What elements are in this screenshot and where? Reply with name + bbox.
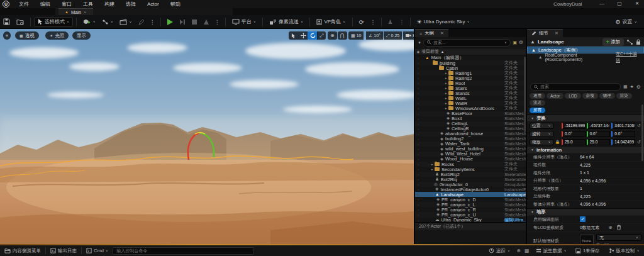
- transform-z-input[interactable]: 3401.71069: [611, 123, 635, 129]
- play-button[interactable]: [164, 17, 176, 27]
- trash-icon[interactable]: [616, 225, 621, 230]
- reset-to-default-icon[interactable]: ↺: [636, 123, 641, 128]
- visibility-eye-icon[interactable]: ‹: [415, 157, 421, 161]
- platforms-dropdown[interactable]: 平台 ∨: [229, 17, 259, 27]
- select-mode-dropdown[interactable]: 选择模式 ∨: [34, 17, 73, 27]
- outliner-row[interactable]: ‹♟Bot1Rig2SkeletalMeshAc: [415, 172, 526, 177]
- edit-layers-checkbox[interactable]: ✓: [580, 216, 586, 222]
- visibility-eye-icon[interactable]: ‹: [415, 56, 421, 60]
- visibility-eye-icon[interactable]: ‹: [415, 187, 421, 191]
- transform-axis-dropdown[interactable]: 旋转∨: [530, 131, 553, 137]
- rotation-snap-button[interactable]: ∠ 10°: [366, 31, 383, 40]
- details-settings-gear-icon[interactable]: ⚙: [636, 84, 641, 90]
- frame-skip-button[interactable]: [176, 17, 189, 27]
- visibility-eye-icon[interactable]: ‹: [415, 86, 421, 90]
- outliner-row[interactable]: ‹❋InstancedFoliageActor0InstancedFoliag: [415, 187, 526, 192]
- transform-x-input[interactable]: -51199.999: [562, 123, 586, 129]
- new-folder-icon[interactable]: ▣: [513, 40, 517, 45]
- edit-blueprint-icon[interactable]: [626, 39, 633, 45]
- filter-chip-4[interactable]: 物理: [599, 93, 615, 99]
- lit-mode-dropdown[interactable]: ☀ 光照: [45, 31, 69, 40]
- section-transform[interactable]: ▼ 变换: [527, 114, 644, 121]
- transform-z-input[interactable]: 14.042499: [611, 139, 635, 145]
- visibility-eye-icon[interactable]: ‹: [415, 71, 421, 75]
- menu-item-0[interactable]: 文件: [13, 0, 35, 8]
- menu-item-5[interactable]: 选择: [120, 0, 142, 8]
- visibility-eye-icon[interactable]: ‹: [415, 167, 421, 171]
- output-log-button[interactable]: 输出日志: [46, 245, 81, 256]
- visibility-eye-icon[interactable]: ‹: [415, 182, 421, 186]
- minimize-button[interactable]: —: [595, 0, 609, 8]
- grid-snap-button[interactable]: ▦ 10: [348, 31, 364, 40]
- display-filter-icon[interactable]: ▦: [623, 84, 628, 89]
- outliner-row[interactable]: ‹◈abandoned_houseStaticMeshActor: [415, 131, 526, 136]
- transform-x-input[interactable]: 0.0°: [562, 131, 586, 137]
- visibility-eye-icon[interactable]: ‹: [415, 132, 421, 136]
- visibility-eye-icon[interactable]: ‹: [415, 147, 421, 151]
- tab-main-level[interactable]: ▲ Main ∨: [58, 8, 93, 15]
- section-information[interactable]: ▼ Information: [527, 146, 644, 153]
- content-drawer-button[interactable]: 内容侧滑菜单: [0, 245, 45, 256]
- world-local-toggle[interactable]: ⊕: [328, 31, 337, 40]
- cinematics-dropdown[interactable]: ∨: [116, 17, 135, 27]
- filter-chip-all[interactable]: 所有: [530, 108, 545, 113]
- cmd-dropdown[interactable]: Cmd ∨: [82, 245, 113, 256]
- filter-chip-5[interactable]: 渲染: [616, 93, 632, 99]
- scale-tool-button[interactable]: ⤢: [317, 31, 326, 40]
- unsaved-button[interactable]: 1未保存: [571, 245, 604, 256]
- outliner-settings-gear-icon[interactable]: ⚙: [519, 40, 523, 45]
- visibility-eye-icon[interactable]: ‹: [415, 208, 421, 211]
- outliner-row[interactable]: ‹◈CellingLStaticMeshActor: [415, 121, 526, 126]
- outliner-row-type[interactable]: 编辑Ultra_Dyna: [504, 217, 526, 222]
- scale-snap-button[interactable]: ⤢ 0.25: [384, 31, 402, 40]
- pixel-streaming-dropdown[interactable]: 像素流送 ∨: [266, 17, 306, 27]
- visibility-eye-icon[interactable]: ‹: [415, 101, 421, 105]
- refresh-options-kebab[interactable]: ⋮: [369, 19, 378, 25]
- maximize-button[interactable]: ▢: [613, 0, 626, 8]
- blueprint-dropdown[interactable]: ∨: [99, 17, 116, 27]
- menu-item-1[interactable]: 编辑: [35, 0, 56, 8]
- visibility-eye-icon[interactable]: ‹: [415, 203, 421, 206]
- select-tool-button[interactable]: [289, 31, 298, 40]
- refresh-button[interactable]: ⟳: [356, 17, 369, 27]
- visibility-eye-icon[interactable]: ‹: [415, 172, 421, 176]
- sketch-tool-button[interactable]: [135, 17, 148, 27]
- edit-in-cpp-link[interactable]: 在C++中编辑: [616, 51, 640, 64]
- trace-dropdown[interactable]: 追踪 ∨: [484, 245, 514, 256]
- vp-role-dropdown[interactable]: VP角色 ∨: [313, 17, 348, 27]
- save-button[interactable]: [0, 17, 13, 27]
- menu-item-7[interactable]: 帮助: [165, 0, 186, 8]
- transform-axis-dropdown[interactable]: 缩放∨: [530, 139, 553, 145]
- outliner-search-input[interactable]: 搜索... ∨: [423, 39, 511, 47]
- filter-chip-3[interactable]: 杂项: [582, 93, 598, 99]
- visibility-eye-icon[interactable]: ‹: [415, 137, 421, 141]
- visibility-eye-icon[interactable]: ‹: [415, 76, 421, 80]
- derived-data-dropdown[interactable]: 派生数据 ∨: [531, 245, 571, 256]
- visibility-eye-icon[interactable]: ‹: [415, 117, 421, 121]
- outliner-row[interactable]: ‹♟Bot2RigSkeletalMeshAc: [415, 177, 526, 182]
- transform-z-input[interactable]: 0.0°: [611, 131, 635, 137]
- outliner-row[interactable]: ‹◈Box4StaticMeshActor: [415, 116, 526, 121]
- perspective-dropdown[interactable]: ▦ 透视: [15, 31, 39, 40]
- phys-material-dropdown[interactable]: 无 ∨: [596, 234, 641, 241]
- tab-outliner[interactable]: ≡ 大纲 ✕: [415, 29, 448, 37]
- visibility-eye-icon[interactable]: ‹: [415, 142, 421, 146]
- outliner-row[interactable]: ‹◈building2StaticMeshActor: [415, 136, 526, 142]
- stop-button[interactable]: [189, 17, 200, 27]
- filter-chip-1[interactable]: Actor: [547, 93, 564, 99]
- menu-item-6[interactable]: Actor: [142, 0, 165, 8]
- show-dropdown[interactable]: 显示: [72, 31, 91, 40]
- surface-snap-button[interactable]: ⋂: [338, 31, 347, 40]
- eject-button[interactable]: [200, 17, 213, 27]
- viewport-options-menu[interactable]: ≡: [3, 31, 11, 40]
- reset-to-default-icon[interactable]: ↺: [636, 140, 641, 145]
- transform-y-input[interactable]: -45737.144: [587, 123, 611, 129]
- filter-chip-0[interactable]: 通用: [530, 93, 545, 99]
- close-tab-icon[interactable]: ✕: [440, 31, 444, 36]
- transform-y-input[interactable]: 25.0: [587, 139, 611, 145]
- visibility-eye-icon[interactable]: ‹: [415, 81, 421, 85]
- unreal-logo-icon[interactable]: U: [3, 1, 9, 8]
- multi-user-button[interactable]: ♟: [385, 17, 397, 27]
- source-control-button[interactable]: [13, 17, 27, 27]
- visibility-eye-icon[interactable]: ‹: [415, 162, 421, 166]
